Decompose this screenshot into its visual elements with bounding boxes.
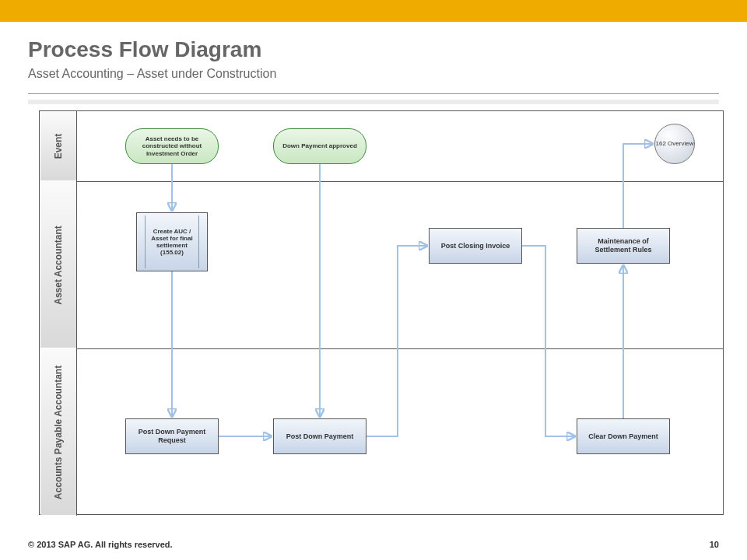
task-create-auc-label: Create AUC / Asset for final settlement …: [145, 215, 199, 268]
accent-stripe: [28, 100, 719, 104]
lane-label-asset-accountant: Asset Accountant: [40, 181, 77, 348]
task-create-auc: Create AUC / Asset for final settlement …: [136, 212, 208, 271]
event-asset-needs-construction: Asset needs to be constructed without In…: [125, 128, 219, 164]
divider: [28, 93, 719, 94]
brand-bar: [0, 0, 747, 22]
footer-copyright: © 2013 SAP AG. All rights reserved.: [28, 540, 173, 549]
swimlane-diagram: Event Asset Accountant Accounts Payable …: [39, 110, 724, 515]
lane-separator: [77, 348, 724, 349]
task-maintenance-settlement-rules: Maintenance of Settlement Rules: [577, 228, 670, 264]
flow-connectors: [40, 111, 724, 516]
event-down-payment-approved: Down Payment approved: [273, 128, 366, 164]
page-subtitle: Asset Accounting – Asset under Construct…: [28, 67, 276, 81]
reference-162-overview: 162 Overview: [654, 124, 695, 164]
lane-label-column: Event Asset Accountant Accounts Payable …: [40, 111, 77, 516]
page-title: Process Flow Diagram: [28, 37, 261, 62]
lane-label-ap-accountant: Accounts Payable Accountant: [40, 348, 77, 516]
task-post-down-payment: Post Down Payment: [273, 418, 366, 454]
task-post-closing-invoice: Post Closing Invoice: [429, 228, 522, 264]
task-clear-down-payment: Clear Down Payment: [577, 418, 670, 454]
task-post-down-payment-request: Post Down Payment Request: [125, 418, 219, 454]
footer-page-number: 10: [710, 540, 719, 549]
lane-label-event: Event: [40, 111, 77, 181]
slide: Process Flow Diagram Asset Accounting – …: [0, 0, 747, 560]
lane-separator: [77, 181, 724, 182]
